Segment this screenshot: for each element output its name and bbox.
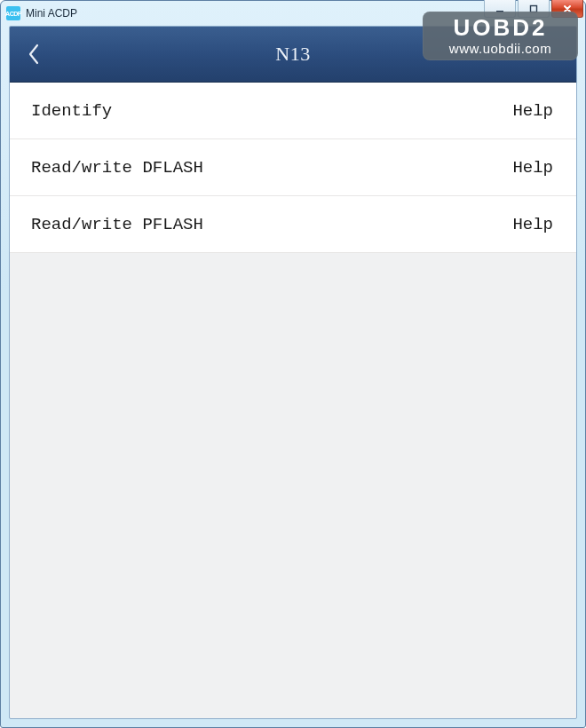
app-stage: N13 Identify Help Read/write DFLASH Help… (9, 26, 577, 719)
window-titlebar: ACDP Mini ACDP (1, 1, 585, 26)
back-button[interactable] (10, 27, 59, 82)
app-window: ACDP Mini ACDP UOBD2 www.uobdii.com N13 (0, 0, 586, 728)
maximize-icon (528, 4, 539, 14)
list-item[interactable]: Read/write PFLASH Help (10, 196, 576, 253)
svg-rect-1 (531, 5, 537, 12)
window-controls (484, 0, 583, 18)
minimize-button[interactable] (484, 0, 516, 18)
list-item-label: Read/write PFLASH (31, 215, 203, 234)
close-button[interactable] (551, 0, 583, 18)
help-link[interactable]: Help (512, 101, 553, 121)
maximize-button[interactable] (518, 0, 550, 18)
help-link[interactable]: Help (512, 158, 553, 178)
help-link[interactable]: Help (512, 215, 553, 234)
minimize-icon (495, 4, 505, 14)
list-item-label: Identify (31, 101, 112, 121)
app-icon: ACDP (6, 6, 20, 20)
close-icon (562, 4, 573, 14)
window-title: Mini ACDP (26, 7, 77, 20)
page-title: N13 (10, 43, 576, 66)
list-item[interactable]: Identify Help (10, 83, 576, 139)
list-item-label: Read/write DFLASH (31, 158, 203, 178)
list-item[interactable]: Read/write DFLASH Help (10, 139, 576, 196)
app-navbar: N13 (10, 27, 576, 83)
chevron-left-icon (27, 42, 43, 67)
menu-list: Identify Help Read/write DFLASH Help Rea… (10, 83, 576, 253)
